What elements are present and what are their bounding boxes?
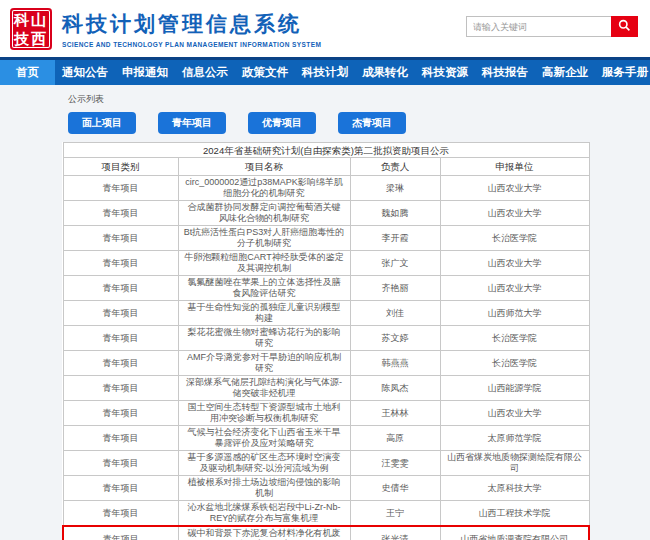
cell-name: 国土空间生态转型下资源型城市土地利用冲突诊断与权衡机制研究	[178, 401, 350, 426]
nav-item-4[interactable]: 政策文件	[235, 60, 295, 85]
filter-button-3[interactable]: 杰青项目	[338, 112, 406, 134]
cell-leader: 陈凤杰	[350, 376, 440, 401]
table-row: 青年项目沁水盆地北缘煤系铁铝岩段中Li-Zr-Nb-REY的赋存分布与富集机理王…	[63, 501, 589, 527]
cell-leader: 刘佳	[350, 301, 440, 326]
cell-leader: 汪雯雯	[350, 451, 440, 476]
cell-name: 氯氟醚菌唑在苹果上的立体选择性及膳食风险评估研究	[178, 276, 350, 301]
table-title: 2024年省基础研究计划(自由探索类)第二批拟资助项目公示	[63, 143, 589, 158]
table-row: 青年项目牛卵泡颗粒细胞CART神经肽受体的鉴定及其调控机制张广文山西农业大学	[63, 251, 589, 276]
filter-button-1[interactable]: 青年项目	[158, 112, 226, 134]
app-title: 科技计划管理信息系统	[62, 10, 321, 38]
cell-unit: 山西省煤炭地质物探测绘院有限公司	[440, 451, 589, 476]
cell-leader: 王林林	[350, 401, 440, 426]
cell-category: 青年项目	[63, 176, 178, 201]
app-header: 科山 技西 科技计划管理信息系统 SCIENCE AND TECHNOLOGY …	[0, 0, 650, 57]
nav-item-0[interactable]: 首页	[0, 60, 55, 85]
column-header-name: 项目名称	[178, 158, 350, 176]
cell-leader: 高原	[350, 426, 440, 451]
cell-category: 青年项目	[63, 526, 178, 540]
table-row: 青年项目植被根系对排土场边坡细沟侵蚀的影响机制史倩华太原科技大学	[63, 476, 589, 501]
nav-item-7[interactable]: 科技资源	[415, 60, 475, 85]
nav-item-2[interactable]: 申报通知	[115, 60, 175, 85]
cell-name: 梨花花蜜微生物对蜜蜂访花行为的影响研究	[178, 326, 350, 351]
cell-unit: 山西农业大学	[440, 401, 589, 426]
cell-leader: 魏如腾	[350, 201, 440, 226]
cell-unit: 山西能源学院	[440, 376, 589, 401]
cell-unit: 山西师范大学	[440, 301, 589, 326]
cell-name: 牛卵泡颗粒细胞CART神经肽受体的鉴定及其调控机制	[178, 251, 350, 276]
nav-item-10[interactable]: 服务手册	[595, 60, 650, 85]
cell-category: 青年项目	[63, 351, 178, 376]
table-row: 青年项目氯氟醚菌唑在苹果上的立体选择性及膳食风险评估研究齐艳丽山西农业大学	[63, 276, 589, 301]
cell-unit: 山西农业大学	[440, 176, 589, 201]
table-row: 青年项目梨花花蜜微生物对蜜蜂访花行为的影响研究苏文婷长治医学院	[63, 326, 589, 351]
table-row-highlighted: 青年项目碳中和背景下赤泥复合材料净化有机废水的应用研究张光清山西省地质调查院有限…	[63, 526, 589, 540]
search-bar	[466, 16, 638, 37]
table-row: 青年项目基于多源遥感的矿区生态环境时空演变及驱动机制研究-以汾河流域为例汪雯雯山…	[63, 451, 589, 476]
nav-item-8[interactable]: 科技报告	[475, 60, 535, 85]
page-content: 公示列表 面上项目青年项目优青项目杰青项目 2024年省基础研究计划(自由探索类…	[0, 85, 650, 540]
cell-category: 青年项目	[63, 501, 178, 527]
cell-name: 合成菌群协同发酵定向调控葡萄酒关键风味化合物的机制研究	[178, 201, 350, 226]
cell-name: 气候与社会经济变化下山西省玉米干旱暴露评价及应对策略研究	[178, 426, 350, 451]
cell-unit: 山西工程技术学院	[440, 501, 589, 527]
table-row: 青年项目国土空间生态转型下资源型城市土地利用冲突诊断与权衡机制研究王林林山西农业…	[63, 401, 589, 426]
table-row: 青年项目深部煤系气储层孔隙结构演化与气体源-储突破非烃机理陈凤杰山西能源学院	[63, 376, 589, 401]
cell-name: 基于生命性知觉的孤独症儿童识别模型构建	[178, 301, 350, 326]
cell-leader: 李开霞	[350, 226, 440, 251]
search-button[interactable]	[611, 16, 638, 37]
logo-line2: 技西	[10, 29, 52, 48]
filter-button-2[interactable]: 优青项目	[248, 112, 316, 134]
table-row: 青年项目气候与社会经济变化下山西省玉米干旱暴露评价及应对策略研究高原太原师范学院	[63, 426, 589, 451]
cell-leader: 王宁	[350, 501, 440, 527]
logo-line1: 科山	[10, 10, 52, 29]
cell-leader: 梁琳	[350, 176, 440, 201]
cell-category: 青年项目	[63, 251, 178, 276]
table-row: 青年项目AMF介导潞党参对干旱胁迫的响应机制研究韩燕燕长治医学院	[63, 351, 589, 376]
cell-unit: 长治医学院	[440, 351, 589, 376]
cell-unit: 长治医学院	[440, 226, 589, 251]
search-icon	[618, 19, 631, 35]
cell-name: 沁水盆地北缘煤系铁铝岩段中Li-Zr-Nb-REY的赋存分布与富集机理	[178, 501, 350, 527]
column-header-unit: 申报单位	[440, 158, 589, 176]
table-row: 青年项目circ_0000002通过p38MAPK影响绵羊肌细胞分化的机制研究梁…	[63, 176, 589, 201]
nav-item-9[interactable]: 高新企业	[535, 60, 595, 85]
cell-leader: 张广文	[350, 251, 440, 276]
cell-category: 青年项目	[63, 301, 178, 326]
cell-unit: 长治医学院	[440, 326, 589, 351]
filter-button-bar: 面上项目青年项目优青项目杰青项目	[68, 112, 650, 134]
cell-category: 青年项目	[63, 326, 178, 351]
nav-item-1[interactable]: 通知公告	[55, 60, 115, 85]
cell-leader: 苏文婷	[350, 326, 440, 351]
cell-category: 青年项目	[63, 426, 178, 451]
cell-category: 青年项目	[63, 226, 178, 251]
nav-item-3[interactable]: 信息公示	[175, 60, 235, 85]
nav-item-6[interactable]: 成果转化	[355, 60, 415, 85]
cell-name: Bt抗癌活性蛋白PS3对人肝癌细胞毒性的分子机制研究	[178, 226, 350, 251]
nav-item-5[interactable]: 科技计划	[295, 60, 355, 85]
table-row: 青年项目合成菌群协同发酵定向调控葡萄酒关键风味化合物的机制研究魏如腾山西农业大学	[63, 201, 589, 226]
cell-name: 深部煤系气储层孔隙结构演化与气体源-储突破非烃机理	[178, 376, 350, 401]
cell-name: 碳中和背景下赤泥复合材料净化有机废水的应用研究	[178, 526, 350, 540]
cell-unit: 太原师范学院	[440, 426, 589, 451]
search-input[interactable]	[466, 16, 611, 37]
cell-unit: 山西省地质调查院有限公司	[440, 526, 589, 540]
cell-category: 青年项目	[63, 201, 178, 226]
column-header-category: 项目类别	[63, 158, 178, 176]
column-header-leader: 负责人	[350, 158, 440, 176]
filter-button-0[interactable]: 面上项目	[68, 112, 136, 134]
cell-unit: 太原科技大学	[440, 476, 589, 501]
cell-category: 青年项目	[63, 476, 178, 501]
main-nav: 首页通知公告申报通知信息公示政策文件科技计划成果转化科技资源科技报告高新企业服务…	[0, 57, 650, 85]
breadcrumb: 公示列表	[68, 93, 650, 106]
cell-category: 青年项目	[63, 451, 178, 476]
table-body: 青年项目circ_0000002通过p38MAPK影响绵羊肌细胞分化的机制研究梁…	[63, 176, 589, 540]
cell-unit: 山西农业大学	[440, 201, 589, 226]
app-subtitle: SCIENCE AND TECHNOLOGY PLAN MANAGEMENT I…	[62, 41, 321, 48]
cell-category: 青年项目	[63, 376, 178, 401]
cell-category: 青年项目	[63, 401, 178, 426]
project-table: 2024年省基础研究计划(自由探索类)第二批拟资助项目公示 项目类别 项目名称 …	[62, 142, 590, 540]
shanxi-sci-tech-logo: 科山 技西	[10, 8, 52, 50]
cell-leader: 史倩华	[350, 476, 440, 501]
table-row: 青年项目Bt抗癌活性蛋白PS3对人肝癌细胞毒性的分子机制研究李开霞长治医学院	[63, 226, 589, 251]
